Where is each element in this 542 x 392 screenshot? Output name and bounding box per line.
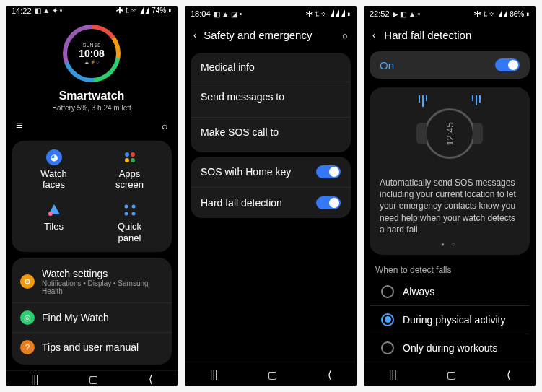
nav-recents[interactable]: ||| bbox=[210, 369, 218, 380]
help-icon: ? bbox=[20, 340, 35, 354]
back-icon[interactable]: ‹ bbox=[193, 30, 196, 40]
status-bar: 22:52 ▶ ◧ ▲ • ✱ ⇅ ᯤ ◢ ◢ 86% ▮ bbox=[364, 6, 536, 22]
shortcut-tiles[interactable]: Tiles bbox=[16, 202, 92, 243]
svg-point-0 bbox=[125, 152, 129, 157]
watch-icon: 12:45 bbox=[424, 108, 475, 159]
status-system-icons: ✱ ⇅ ᯤ ◢ ◢ 86% ▮ bbox=[474, 10, 530, 18]
svg-point-6 bbox=[124, 205, 128, 209]
shortcut-grid-card: ◕ Watch faces Apps screen Tiles bbox=[12, 141, 172, 252]
page-header: ‹ Hard fall detection bbox=[364, 22, 536, 48]
section-title-when: When to detect falls bbox=[364, 258, 536, 278]
toggle-hard-fall[interactable] bbox=[316, 196, 341, 209]
page-indicator: ● ○ bbox=[380, 241, 520, 248]
row-medical-info[interactable]: Medical info bbox=[191, 53, 351, 82]
master-toggle-row[interactable]: On bbox=[370, 51, 530, 79]
settings-list: ⚙ Watch settings Notifications • Display… bbox=[12, 258, 172, 365]
radio-group-when: Always During physical activity Only dur… bbox=[370, 278, 530, 362]
watchface-preview[interactable]: SUN 28 10:08 ☁ ⚡ ○ bbox=[63, 25, 121, 82]
search-icon[interactable]: ⌕ bbox=[162, 120, 167, 131]
phone-wearable-app: 14:22 ◧ ▲ ✦ • ✱ ⇅ ᯤ ◢ ◢ 74% ▮ SUN 28 10:… bbox=[6, 6, 178, 386]
tiles-icon bbox=[46, 202, 62, 218]
toggle-sos-home-key[interactable] bbox=[316, 165, 341, 178]
toggle-master-on[interactable] bbox=[495, 58, 520, 71]
status-bar: 14:22 ◧ ▲ ✦ • ✱ ⇅ ᯤ ◢ ◢ 74% ▮ bbox=[6, 6, 178, 16]
radio-icon bbox=[381, 341, 394, 354]
quick-panel-icon bbox=[122, 202, 138, 218]
nav-back[interactable]: ⟨ bbox=[328, 369, 331, 380]
master-toggle-label: On bbox=[380, 59, 394, 71]
nav-bar: ||| ▢ ⟨ bbox=[185, 362, 357, 386]
row-sos-home-key[interactable]: SOS with Home key bbox=[191, 157, 351, 188]
watchface-mini-icons: ☁ ⚡ ○ bbox=[84, 59, 99, 64]
battery-status: Battery 5%, 3 h 24 m left bbox=[6, 104, 178, 112]
menu-icon[interactable]: ≡ bbox=[16, 119, 22, 132]
watchface-date: SUN 28 bbox=[83, 43, 101, 48]
radio-icon bbox=[381, 285, 394, 298]
device-name: Smartwatch bbox=[6, 90, 178, 103]
shortcut-apps-screen[interactable]: Apps screen bbox=[92, 149, 167, 191]
nav-home[interactable]: ▢ bbox=[268, 369, 277, 380]
status-time: 18:04 bbox=[191, 9, 211, 18]
watch-faces-icon: ◕ bbox=[46, 149, 62, 165]
nav-back[interactable]: ⟨ bbox=[507, 369, 510, 380]
row-send-messages-to[interactable]: Send messages to bbox=[191, 82, 351, 118]
description-card: 12:45 Automatically send SOS messages in… bbox=[370, 87, 530, 255]
status-notif-icons: ◧ ▲ ◪ • bbox=[214, 10, 242, 18]
nav-home[interactable]: ▢ bbox=[89, 373, 98, 385]
nav-home[interactable]: ▢ bbox=[447, 369, 456, 380]
svg-point-7 bbox=[131, 205, 135, 209]
status-notif-icons: ▶ ◧ ▲ • bbox=[393, 10, 421, 18]
nav-bar: ||| ▢ ⟨ bbox=[364, 362, 536, 386]
svg-point-1 bbox=[131, 152, 135, 157]
menu-watch-settings[interactable]: ⚙ Watch settings Notifications • Display… bbox=[12, 261, 172, 303]
status-system-icons: ✱ ⇅ ᯤ ◢ ◢ ◢ ▮ bbox=[306, 10, 351, 18]
search-icon[interactable]: ⌕ bbox=[342, 30, 348, 40]
status-bar: 18:04 ◧ ▲ ◪ • ✱ ⇅ ᯤ ◢ ◢ ◢ ▮ bbox=[185, 6, 357, 22]
option-only-workouts[interactable]: Only during workouts bbox=[370, 334, 530, 362]
description-text: Automatically send SOS messages includin… bbox=[380, 177, 520, 235]
nav-recents[interactable]: ||| bbox=[389, 369, 397, 380]
status-system-icons: ✱ ⇅ ᯤ ◢ ◢ 74% ▮ bbox=[116, 6, 172, 14]
page-header: ‹ Safety and emergency ⌕ bbox=[185, 22, 357, 48]
row-make-sos-call-to[interactable]: Make SOS call to bbox=[191, 118, 351, 152]
nav-bar: ||| ▢ ⟨ bbox=[6, 370, 178, 386]
page-title: Safety and emergency bbox=[204, 29, 335, 41]
nav-back[interactable]: ⟨ bbox=[149, 373, 152, 385]
radio-icon bbox=[381, 313, 394, 326]
svg-point-5 bbox=[48, 212, 53, 216]
safety-info-section: Medical info Send messages to Make SOS c… bbox=[191, 53, 351, 152]
status-notif-icons: ◧ ▲ ✦ • bbox=[35, 6, 63, 14]
watchface-time: 10:08 bbox=[79, 48, 105, 59]
svg-point-3 bbox=[131, 158, 135, 162]
svg-point-8 bbox=[124, 212, 128, 216]
fall-illustration: 12:45 bbox=[380, 97, 520, 170]
nav-recents[interactable]: ||| bbox=[31, 373, 39, 385]
apps-screen-icon bbox=[122, 149, 138, 165]
option-always[interactable]: Always bbox=[370, 278, 530, 306]
option-during-activity[interactable]: During physical activity bbox=[370, 306, 530, 334]
status-time: 22:52 bbox=[370, 9, 390, 18]
gear-icon: ⚙ bbox=[20, 274, 35, 289]
shortcut-watch-faces[interactable]: ◕ Watch faces bbox=[16, 149, 92, 191]
menu-tips-manual[interactable]: ? Tips and user manual bbox=[12, 333, 172, 362]
locate-icon: ◎ bbox=[20, 310, 35, 325]
sos-toggles-section: SOS with Home key Hard fall detection bbox=[191, 157, 351, 218]
phone-hard-fall-detail: 22:52 ▶ ◧ ▲ • ✱ ⇅ ᯤ ◢ ◢ 86% ▮ ‹ Hard fal… bbox=[364, 6, 536, 386]
shortcut-quick-panel[interactable]: Quick panel bbox=[92, 202, 167, 243]
page-title: Hard fall detection bbox=[384, 29, 471, 41]
phone-safety-settings: 18:04 ◧ ▲ ◪ • ✱ ⇅ ᯤ ◢ ◢ ◢ ▮ ‹ Safety and… bbox=[185, 6, 357, 386]
row-hard-fall-detection[interactable]: Hard fall detection bbox=[191, 188, 351, 218]
svg-point-2 bbox=[125, 158, 129, 162]
back-icon[interactable]: ‹ bbox=[372, 30, 375, 40]
menu-find-my-watch[interactable]: ◎ Find My Watch bbox=[12, 303, 172, 333]
svg-point-9 bbox=[131, 212, 135, 216]
status-time: 14:22 bbox=[12, 6, 32, 15]
